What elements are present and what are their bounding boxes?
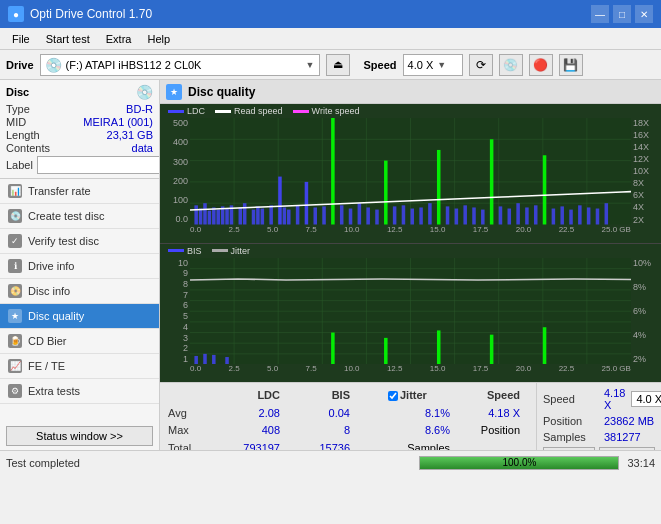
chart1: LDC Read speed Write speed 500 bbox=[160, 104, 661, 244]
charts-container: LDC Read speed Write speed 500 bbox=[160, 104, 661, 382]
chart2-y-right: 10% 8% 6% 4% 2% bbox=[631, 258, 659, 365]
svg-rect-44 bbox=[402, 205, 406, 224]
disc-panel: Disc 💿 Type BD-R MID MEIRA1 (001) Length… bbox=[0, 80, 159, 179]
svg-rect-56 bbox=[508, 209, 512, 225]
yr2-2: 2% bbox=[633, 354, 646, 364]
legend-ldc: LDC bbox=[168, 106, 205, 116]
speed-dropdown[interactable]: 4.0 X ▼ bbox=[631, 391, 661, 407]
svg-rect-30 bbox=[283, 207, 287, 224]
legend-ldc-color bbox=[168, 110, 184, 113]
svg-rect-39 bbox=[358, 203, 362, 224]
svg-rect-35 bbox=[322, 206, 326, 224]
sidebar-label-drive-info: Drive info bbox=[28, 260, 74, 272]
x1-17.5: 17.5 bbox=[473, 225, 489, 239]
disc-mid-label: MID bbox=[6, 116, 26, 128]
stats-bar: LDC BIS Jitter Speed Avg 2.08 0.04 bbox=[160, 382, 661, 450]
minimize-button[interactable]: — bbox=[591, 5, 609, 23]
stats-avg-row: Avg 2.08 0.04 8.1% 4.18 X bbox=[168, 405, 528, 423]
disc-type-row: Type BD-R bbox=[6, 103, 153, 115]
svg-rect-53 bbox=[481, 210, 485, 225]
menu-help[interactable]: Help bbox=[139, 32, 178, 46]
sidebar-item-cd-bier[interactable]: 🍺 CD Bier bbox=[0, 329, 159, 354]
x2-17.5: 17.5 bbox=[473, 364, 489, 378]
samples-row: Samples 381277 bbox=[543, 431, 655, 443]
y2-2: 2 bbox=[183, 343, 188, 353]
app-icon: ● bbox=[8, 6, 24, 22]
speed-selector[interactable]: 4.0 X ▼ bbox=[403, 54, 463, 76]
sidebar-item-disc-quality[interactable]: ★ Disc quality bbox=[0, 304, 159, 329]
create-test-disc-icon: 💿 bbox=[8, 209, 22, 223]
svg-rect-66 bbox=[596, 209, 600, 225]
eject-button[interactable]: ⏏ bbox=[326, 54, 350, 76]
disc-label-input[interactable] bbox=[37, 156, 160, 174]
disc-label-label: Label bbox=[6, 159, 33, 171]
stats-avg-jitter: 8.1% bbox=[388, 405, 458, 423]
svg-rect-33 bbox=[305, 182, 309, 225]
svg-rect-59 bbox=[534, 205, 538, 224]
y2-3: 3 bbox=[183, 333, 188, 343]
stats-avg-ldc: 2.08 bbox=[218, 405, 288, 423]
sidebar-item-transfer-rate[interactable]: 📊 Transfer rate bbox=[0, 179, 159, 204]
yr1-14x: 14X bbox=[633, 142, 649, 152]
progress-bar: 100.0% bbox=[419, 456, 619, 470]
x1-2.5: 2.5 bbox=[228, 225, 239, 239]
legend-ldc-label: LDC bbox=[187, 106, 205, 116]
disc-header-left: Disc bbox=[6, 86, 29, 98]
y2-5: 5 bbox=[183, 311, 188, 321]
menu-start-test[interactable]: Start test bbox=[38, 32, 98, 46]
drive-selector[interactable]: 💿 (F:) ATAPI iHBS112 2 CL0K ▼ bbox=[40, 54, 320, 76]
maximize-button[interactable]: □ bbox=[613, 5, 631, 23]
sidebar-item-verify-test-disc[interactable]: ✓ Verify test disc bbox=[0, 229, 159, 254]
svg-rect-65 bbox=[587, 207, 591, 224]
sidebar-item-drive-info[interactable]: ℹ Drive info bbox=[0, 254, 159, 279]
svg-rect-94 bbox=[490, 334, 494, 364]
yr1-12x: 12X bbox=[633, 154, 649, 164]
y1-0: 0.0 bbox=[175, 214, 188, 224]
sidebar-item-disc-info[interactable]: 📀 Disc info bbox=[0, 279, 159, 304]
sidebar-item-extra-tests[interactable]: ⚙ Extra tests bbox=[0, 379, 159, 404]
speed-static-label: Speed bbox=[543, 393, 598, 405]
legend-bis-label: BIS bbox=[187, 246, 202, 256]
start-full-button[interactable]: Start full bbox=[543, 447, 595, 450]
legend-readspeed-color bbox=[215, 110, 231, 113]
speed-display-value: 4.18 X bbox=[604, 387, 625, 411]
disc-length-label: Length bbox=[6, 129, 40, 141]
disc-header: Disc 💿 bbox=[6, 84, 153, 100]
chart1-x-axis: 0.0 2.5 5.0 7.5 10.0 12.5 15.0 17.5 20.0… bbox=[190, 225, 631, 239]
menu-file[interactable]: File bbox=[4, 32, 38, 46]
yr2-6: 6% bbox=[633, 306, 646, 316]
svg-rect-55 bbox=[499, 206, 503, 224]
legend-jitter: Jitter bbox=[212, 246, 251, 256]
y1-300: 300 bbox=[173, 157, 188, 167]
legend-writespeed-color bbox=[293, 110, 309, 113]
svg-rect-93 bbox=[437, 330, 441, 364]
y2-4: 4 bbox=[183, 322, 188, 332]
svg-rect-63 bbox=[569, 210, 573, 225]
disc-section-icon: 💿 bbox=[136, 84, 153, 100]
chart1-inner bbox=[190, 118, 631, 225]
stats-header-row: LDC BIS Jitter Speed bbox=[168, 387, 528, 405]
svg-rect-26 bbox=[256, 206, 260, 224]
yr2-10: 10% bbox=[633, 258, 651, 268]
stats-bis-header: BIS bbox=[288, 387, 358, 405]
jitter-checkbox[interactable] bbox=[388, 391, 398, 401]
cd-bier-icon: 🍺 bbox=[8, 334, 22, 348]
disc-btn2[interactable]: 🔴 bbox=[529, 54, 553, 76]
legend-jitter-color bbox=[212, 249, 228, 252]
sidebar-item-create-test-disc[interactable]: 💿 Create test disc bbox=[0, 204, 159, 229]
status-window-button[interactable]: Status window >> bbox=[6, 426, 153, 446]
start-part-button[interactable]: Start part bbox=[599, 447, 655, 450]
svg-rect-62 bbox=[560, 206, 564, 224]
save-btn[interactable]: 💾 bbox=[559, 54, 583, 76]
svg-rect-21 bbox=[225, 209, 229, 225]
svg-rect-28 bbox=[269, 205, 273, 224]
svg-rect-46 bbox=[419, 207, 423, 224]
speed-icon-btn[interactable]: ⟳ bbox=[469, 54, 493, 76]
menu-extra[interactable]: Extra bbox=[98, 32, 140, 46]
svg-rect-67 bbox=[605, 203, 609, 224]
y2-8: 8 bbox=[183, 279, 188, 289]
close-button[interactable]: ✕ bbox=[635, 5, 653, 23]
disc-btn1[interactable]: 💿 bbox=[499, 54, 523, 76]
sidebar-item-fe-te[interactable]: 📈 FE / TE bbox=[0, 354, 159, 379]
svg-rect-47 bbox=[428, 203, 432, 224]
